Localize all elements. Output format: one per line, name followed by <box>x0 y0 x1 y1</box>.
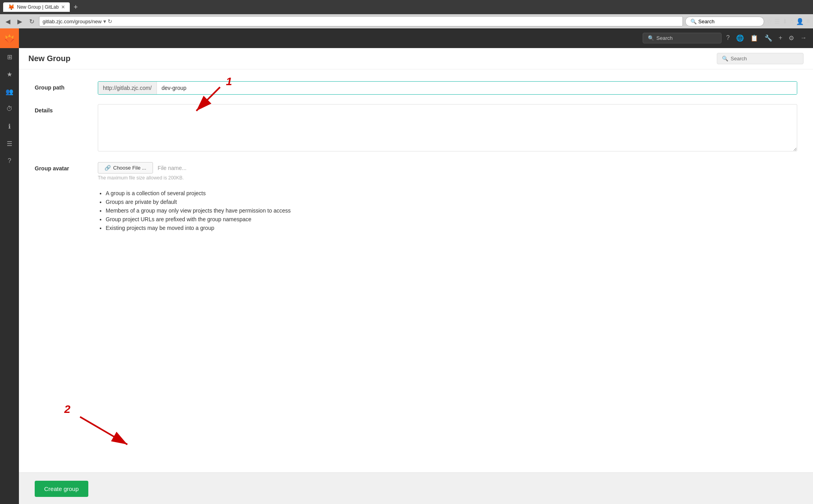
top-nav: 🔍 Search ? 🌐 📋 🔧 + ⚙ → <box>19 28 813 48</box>
info-item-2: Groups are private by default <box>106 199 797 205</box>
group-path-prefix: http://gitlab.zjc.com/ <box>98 82 157 94</box>
search-label: Search <box>656 35 673 41</box>
avatar-section: 🔗 Choose File ... File name... <box>98 162 797 174</box>
header-search-placeholder: Search <box>731 56 747 62</box>
home-icon[interactable]: ⌂ <box>790 18 794 25</box>
page-title: New Group <box>28 54 712 63</box>
tab-title: New Group | GitLab <box>17 4 59 10</box>
refresh-icon[interactable]: ↻ <box>108 18 112 24</box>
file-size-hint: The maximum file size allowed is 200KB. <box>98 175 797 181</box>
choose-file-label: Choose File ... <box>113 165 146 171</box>
top-nav-icons: ? 🌐 📋 🔧 + ⚙ → <box>726 34 807 42</box>
tab-close-button[interactable]: ✕ <box>61 4 65 10</box>
header-search-icon: 🔍 <box>722 56 728 62</box>
address-bar-row: ◀ ▶ ↻ gitlab.zjc.com/groups/new ▾ ↻ 🔍 Se… <box>0 14 813 28</box>
sidebar-item-activity[interactable]: ★ <box>0 65 19 83</box>
browser-chrome: 🦊 New Group | GitLab ✕ + ◀ ▶ ↻ gitlab.zj… <box>0 0 813 28</box>
back-button[interactable]: ◀ <box>3 17 13 26</box>
file-name-display: File name... <box>158 165 186 171</box>
info-list: A group is a collection of several proje… <box>98 190 797 231</box>
info-item-3: Members of a group may only view project… <box>106 207 797 214</box>
details-textarea[interactable] <box>98 104 797 151</box>
signout-nav-icon[interactable]: → <box>800 34 807 42</box>
groups-icon: 👥 <box>6 88 13 95</box>
sidebar-item-list[interactable]: ☰ <box>0 135 19 152</box>
forward-button[interactable]: ▶ <box>15 17 24 26</box>
header-search[interactable]: 🔍 Search <box>717 53 804 64</box>
bookmark-icon[interactable]: ☆ <box>766 18 772 25</box>
gitlab-logo[interactable] <box>0 28 19 48</box>
paperclip-icon: 🔗 <box>104 165 111 171</box>
dropdown-icon[interactable]: ▾ <box>103 18 106 24</box>
menu-icon[interactable]: ≡ <box>806 18 810 25</box>
group-path-control: http://gitlab.zjc.com/ <box>98 81 797 95</box>
clipboard-nav-icon[interactable]: 📋 <box>750 34 758 42</box>
sidebar-item-info[interactable]: ℹ <box>0 118 19 135</box>
form-footer: Create group <box>19 472 813 504</box>
browser-search-bar[interactable]: 🔍 Search <box>685 17 764 26</box>
app-layout: ⊞ ★ 👥 ⏱ ℹ ☰ ? 🔍 Search ? <box>0 28 813 504</box>
group-path-label: Group path <box>35 81 98 91</box>
wrench-nav-icon[interactable]: 🔧 <box>765 34 772 42</box>
user-icon[interactable]: 👤 <box>796 18 804 25</box>
sidebar: ⊞ ★ 👥 ⏱ ℹ ☰ ? <box>0 28 19 504</box>
list-icon: ☰ <box>7 140 12 147</box>
avatar-label: Group avatar <box>35 162 98 172</box>
active-tab[interactable]: 🦊 New Group | GitLab ✕ <box>3 2 70 12</box>
details-control <box>98 104 797 153</box>
help-icon: ? <box>8 157 11 164</box>
info-item-1: A group is a collection of several proje… <box>106 190 797 196</box>
plus-nav-icon[interactable]: + <box>779 34 782 42</box>
clock-icon: ⏱ <box>6 105 13 112</box>
group-path-input[interactable] <box>157 82 797 94</box>
info-items-list: A group is a collection of several proje… <box>98 190 797 231</box>
reload-button[interactable]: ↻ <box>27 17 37 26</box>
group-path-form-group: Group path http://gitlab.zjc.com/ <box>35 81 797 95</box>
sidebar-item-dashboard[interactable]: ⊞ <box>0 48 19 65</box>
search-icon: 🔍 <box>648 35 654 41</box>
globe-nav-icon[interactable]: 🌐 <box>736 34 744 42</box>
main-content: Group path http://gitlab.zjc.com/ Detail… <box>19 69 813 472</box>
details-label: Details <box>35 104 98 114</box>
sidebar-item-help[interactable]: ? <box>0 152 19 170</box>
tab-favicon: 🦊 <box>8 4 15 10</box>
info-item-4: Group project URLs are prefixed with the… <box>106 216 797 222</box>
gear-nav-icon[interactable]: ⚙ <box>789 34 794 42</box>
sidebar-item-groups[interactable]: 👥 <box>0 83 19 100</box>
sidebar-item-clock[interactable]: ⏱ <box>0 100 19 118</box>
bookmark-list-icon[interactable]: ☰ <box>774 18 780 25</box>
main-wrapper: 🔍 Search ? 🌐 📋 🔧 + ⚙ → New Group 🔍 Searc… <box>19 28 813 504</box>
avatar-control: 🔗 Choose File ... File name... The maxim… <box>98 162 797 181</box>
address-text: gitlab.zjc.com/groups/new <box>43 19 102 24</box>
choose-file-button[interactable]: 🔗 Choose File ... <box>98 162 153 174</box>
avatar-form-group: Group avatar 🔗 Choose File ... File name… <box>35 162 797 181</box>
dashboard-icon: ⊞ <box>7 53 12 61</box>
new-tab-button[interactable]: + <box>74 3 78 11</box>
top-nav-search[interactable]: 🔍 Search <box>643 33 722 43</box>
browser-search-placeholder: Search <box>698 19 714 24</box>
info-item-5: Existing projects may be moved into a gr… <box>106 225 797 231</box>
download-icon[interactable]: ⬇ <box>782 18 787 25</box>
help-nav-icon[interactable]: ? <box>726 34 730 42</box>
create-group-button[interactable]: Create group <box>35 481 88 497</box>
details-form-group: Details <box>35 104 797 153</box>
search-icon: 🔍 <box>690 19 697 24</box>
star-icon: ★ <box>7 71 12 78</box>
address-bar[interactable]: gitlab.zjc.com/groups/new ▾ ↻ <box>39 16 683 26</box>
content-header: New Group 🔍 Search <box>19 48 813 69</box>
group-path-wrapper: http://gitlab.zjc.com/ <box>98 81 797 95</box>
info-icon: ℹ <box>8 123 11 130</box>
